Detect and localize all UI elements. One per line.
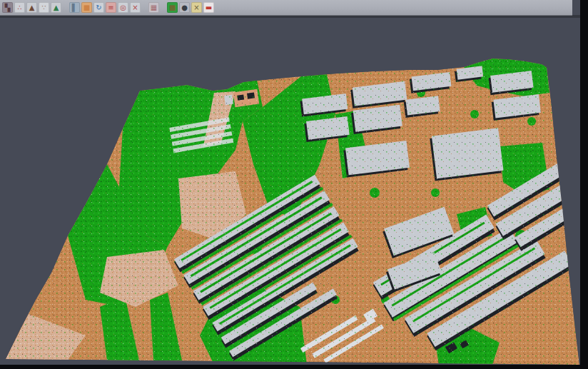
classify-points-button[interactable]: ∴ <box>14 2 25 13</box>
surface-model-icon: ▲ <box>29 4 35 11</box>
classify-points-icon: ∴ <box>17 4 21 11</box>
right-frame-bar <box>580 0 588 369</box>
layers-button[interactable]: ▚ <box>2 2 13 13</box>
toolbar-group: ▌■↻≡◎× <box>69 2 141 13</box>
grid-view-icon: ▦ <box>151 4 157 11</box>
rotate-view-icon: ↻ <box>96 4 101 11</box>
pick-target-icon: ◎ <box>120 4 126 11</box>
cross-section-button[interactable]: ▌ <box>69 2 80 13</box>
zoom-extent-icon: × <box>132 4 138 11</box>
classification-colors-button[interactable]: ▩ <box>167 2 178 13</box>
point-display-button[interactable]: ∵ <box>39 2 49 13</box>
profile-icon: ≡ <box>108 4 113 11</box>
grid-view-button[interactable]: ▦ <box>148 2 159 13</box>
rotate-view-button[interactable]: ↻ <box>93 2 104 13</box>
cross-section-icon: ▌ <box>72 4 78 11</box>
ortho-image-icon: ■ <box>83 4 90 11</box>
flags-button[interactable]: ▬ <box>203 2 214 13</box>
zoom-extent-button[interactable]: × <box>130 2 141 13</box>
layers-icon: ▚ <box>5 4 11 11</box>
point-display-icon: ∵ <box>41 4 46 11</box>
terrain-icon: ▲ <box>54 4 59 11</box>
toolbar-group: ▚∴▲∵▲ <box>1 2 62 13</box>
toolbar: ▚∴▲∵▲▌■↻≡◎×▦▩●×▬ <box>0 0 572 16</box>
ortho-image-button[interactable]: ■ <box>81 2 92 13</box>
profile-button[interactable]: ≡ <box>106 2 116 13</box>
bottom-frame-bar <box>0 365 588 369</box>
measure-button[interactable]: × <box>191 2 202 13</box>
surface-model-button[interactable]: ▲ <box>26 2 37 13</box>
flags-icon: ▬ <box>206 4 212 11</box>
viewport-3d-canvas[interactable] <box>0 0 588 369</box>
pick-target-button[interactable]: ◎ <box>118 2 128 13</box>
classification-colors-icon: ▩ <box>169 4 176 11</box>
globe-view-icon: ● <box>181 4 188 11</box>
toolbar-group: ▩●×▬ <box>166 2 215 13</box>
toolbar-group: ▦ <box>148 2 160 13</box>
globe-view-button[interactable]: ● <box>179 2 190 13</box>
measure-icon: × <box>193 4 199 11</box>
terrain-button[interactable]: ▲ <box>51 2 61 13</box>
application-window: ▚∴▲∵▲▌■↻≡◎×▦▩●×▬ <box>0 0 588 369</box>
